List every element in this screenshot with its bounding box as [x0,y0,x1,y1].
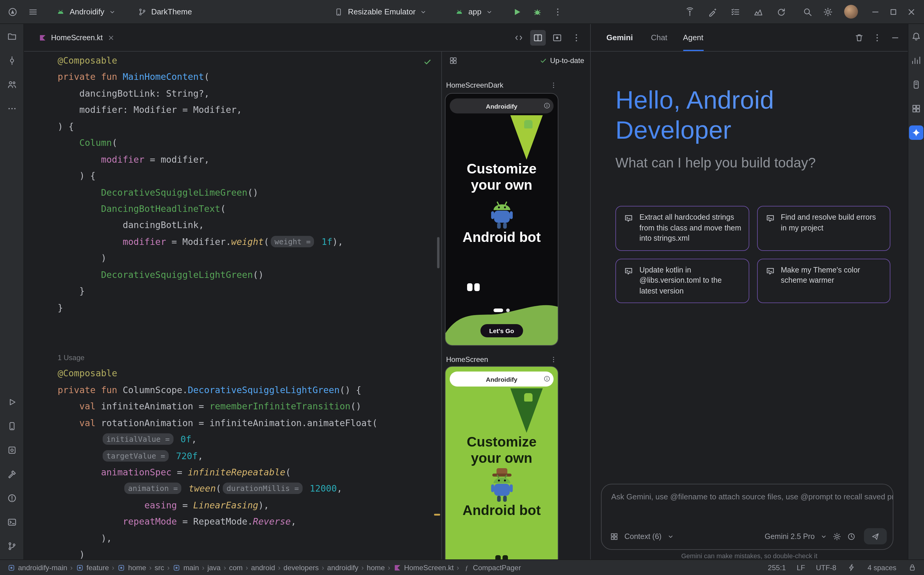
breadcrumb-item[interactable]: developers [283,563,318,572]
branch-selector[interactable]: DarkTheme [132,5,197,19]
more-horizontal-icon[interactable] [5,102,19,116]
context-selector[interactable]: Context (6) [624,532,662,540]
suggestion-card[interactable]: Make my Theme's color scheme warmer [757,258,891,303]
breadcrumb-item[interactable]: HomeScreen.kt [393,563,453,572]
code-line[interactable]: DecorativeSquiggleLimeGreen() [58,184,433,201]
code-line[interactable]: DancingBotHeadlineText( [58,201,433,218]
commit-icon[interactable] [5,53,19,68]
gemini-tab-agent[interactable]: Agent [683,24,703,51]
preview-homescreendark[interactable]: Androidify Customize your own [445,93,558,346]
code-line[interactable]: ) [58,547,433,559]
code-line[interactable]: ), [58,530,433,547]
code-line[interactable]: } [58,283,433,300]
run-configuration-selector[interactable]: app [449,5,498,19]
status-utf-8[interactable]: UTF-8 [816,563,837,572]
gemini-input-box[interactable]: Ask Gemini, use @filename to attach sour… [601,484,894,550]
device-explorer-icon[interactable] [909,78,923,92]
status-lock[interactable] [907,563,917,572]
code-line[interactable]: } [58,300,433,316]
code-line[interactable]: targetValue = 720f, [58,448,433,465]
device-streaming-icon[interactable] [683,5,697,18]
code-line[interactable]: ) [58,251,433,267]
code-view-icon[interactable] [511,30,526,45]
gemini-settings-icon[interactable] [832,531,842,542]
resource-manager-icon[interactable] [909,102,923,116]
preview-more-icon[interactable] [549,355,558,364]
user-avatar[interactable] [844,5,858,19]
backup-sync-icon[interactable] [775,5,788,18]
status-lf[interactable]: LF [797,563,805,572]
lets-go-button[interactable]: Let's Go [480,324,523,337]
breadcrumb-item[interactable]: android [251,563,275,572]
problems-icon[interactable] [5,491,19,505]
preview-homescreen[interactable]: Androidify Customize your own [445,366,558,559]
main-menu-icon[interactable] [26,5,40,18]
suggestion-card[interactable]: Find and resolve build errors in my proj… [757,206,891,251]
app-insights-icon[interactable] [752,5,765,18]
status-4-spaces[interactable]: 4 spaces [868,563,896,572]
model-selector[interactable]: Gemini 2.5 Pro [765,532,815,540]
code-line[interactable]: private fun ColumnScope.DecorativeSquigg… [58,382,433,399]
maximize-icon[interactable] [887,5,900,18]
breadcrumb-item[interactable]: src [154,563,164,572]
code-line[interactable]: initialValue = 0f, [58,432,433,448]
code-line[interactable]: ) { [58,119,433,135]
history-icon[interactable] [846,531,857,542]
code-line[interactable]: val infiniteAnimation = rememberInfinite… [58,399,433,415]
breadcrumb-item[interactable]: com [229,563,243,572]
notifications-icon[interactable] [909,29,923,44]
more-vertical-icon[interactable] [551,5,565,18]
inspections-ok-icon[interactable] [422,56,433,67]
code-line[interactable]: private fun MainHomeContent( [58,69,433,86]
code-editor[interactable]: @Composableprivate fun MainHomeContent( … [24,52,441,559]
run-outline-icon[interactable] [5,395,19,409]
breadcrumb-item[interactable]: fCompactPager [462,563,521,572]
breadcrumb-item[interactable]: home [367,563,385,572]
design-view-icon[interactable] [549,30,565,45]
version-control-icon[interactable] [5,539,19,553]
gemini-spark-icon[interactable] [909,125,923,140]
code-line[interactable]: animation = tween(durationMillis = 12000… [58,481,433,497]
code-line[interactable]: animationSpec = infiniteRepeatable( [58,465,433,481]
breadcrumb-item[interactable]: java [207,563,221,572]
code-line[interactable]: 1 Usage [58,349,433,366]
settings-gear-icon[interactable] [821,5,835,18]
send-button[interactable] [864,528,887,545]
breadcrumb-item[interactable]: main [173,563,199,572]
project-folder-icon[interactable] [5,29,19,44]
code-line[interactable] [58,333,433,349]
code-line[interactable]: modifier = Modifier.weight(weight = 1f), [58,234,433,251]
suggestion-card[interactable]: Update kotlin in @libs.version.toml to t… [615,258,749,303]
tab-close-icon[interactable] [107,33,115,42]
tab-homescreen-kt[interactable]: HomeScreen.kt [32,24,121,51]
code-line[interactable] [58,316,433,333]
code-line[interactable]: val rotationAnimation = infiniteAnimatio… [58,415,433,432]
debug-icon[interactable] [531,5,544,18]
more-vertical-icon[interactable] [871,31,884,44]
terminal-icon[interactable] [5,515,19,529]
code-line[interactable]: ) { [58,168,433,184]
code-line[interactable]: DecorativeSquiggleLightGreen() [58,267,433,283]
device-manager-icon[interactable] [5,419,19,434]
preview-more-icon[interactable] [549,81,558,89]
breadcrumb-item[interactable]: home [118,563,146,572]
search-icon[interactable] [801,5,814,18]
trash-icon[interactable] [852,31,866,44]
code-line[interactable]: modifier: Modifier = Modifier, [58,102,433,119]
breadcrumb-item[interactable]: feature [76,563,109,572]
task-list-icon[interactable] [729,5,742,18]
status-lightning[interactable] [847,563,857,572]
code-line[interactable]: dancingBotLink: String?, [58,86,433,102]
run-icon[interactable] [511,5,523,18]
code-line[interactable]: @Composable [58,53,433,69]
minimize-icon[interactable] [869,5,882,18]
warning-stripe-mark[interactable] [434,514,440,516]
breadcrumb-item[interactable]: androidify-main [7,563,67,572]
gallery-view-icon[interactable] [448,55,459,66]
build-icon[interactable] [5,467,19,481]
code-line[interactable]: repeatMode = RepeatMode.Reverse, [58,514,433,531]
hide-icon[interactable] [889,31,902,44]
project-selector[interactable]: Androidify [51,5,121,19]
profiler-icon[interactable] [909,53,923,68]
context-icon[interactable] [609,531,620,542]
